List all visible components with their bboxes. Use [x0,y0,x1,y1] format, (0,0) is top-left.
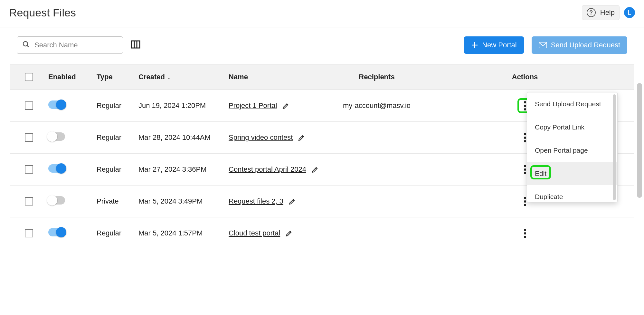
svg-line-1 [27,45,29,47]
portal-name-link[interactable]: Project 1 Portal [229,101,277,110]
col-name[interactable]: Name [229,73,328,81]
pencil-icon[interactable] [285,230,292,237]
row-actions-menu: Send Upload Request Copy Portal Link Ope… [527,92,618,202]
help-button[interactable]: ? Help [582,5,620,20]
page-title: Request Files [9,6,76,19]
sort-descending-icon: ↓ [167,74,170,81]
toolbar: New Portal Send Upload Request [0,27,644,60]
pencil-icon[interactable] [311,166,318,173]
portals-table: Enabled Type Created ↓ Name Recipients A… [10,64,634,249]
created-cell: Mar 5, 2024 1:57PM [138,229,229,237]
recipients-cell: my-account@masv.io [328,101,425,110]
search-input[interactable] [34,41,123,49]
new-portal-button[interactable]: New Portal [464,36,524,54]
svg-line-8 [286,104,287,105]
svg-rect-7 [539,42,547,48]
type-cell: Regular [97,229,138,237]
col-created[interactable]: Created ↓ [138,73,229,81]
app-header: Request Files ? Help L [0,0,644,27]
search-icon [22,41,30,50]
pencil-icon[interactable] [289,198,296,205]
type-cell: Regular [97,101,138,110]
svg-line-10 [316,168,317,169]
svg-line-12 [289,232,290,233]
menu-send-upload-request[interactable]: Send Upload Request [527,92,617,116]
created-cell: Mar 28, 2024 10:44AM [138,133,229,142]
col-type[interactable]: Type [97,73,138,81]
menu-open-portal-page[interactable]: Open Portal page [527,139,617,162]
help-icon: ? [587,8,596,17]
menu-duplicate[interactable]: Duplicate [527,185,617,202]
help-label: Help [600,8,615,17]
portal-name-link[interactable]: Cloud test portal [229,229,280,237]
portal-name-link[interactable]: Request files 2, 3 [229,197,283,205]
row-checkbox[interactable] [25,229,33,237]
pencil-icon[interactable] [298,134,305,141]
svg-point-0 [23,42,28,46]
col-actions: Actions [425,73,634,81]
page-scrollbar[interactable] [637,83,642,198]
table-header: Enabled Type Created ↓ Name Recipients A… [10,64,634,90]
enabled-toggle[interactable] [48,164,65,173]
row-checkbox[interactable] [25,197,33,205]
mail-icon [539,42,547,48]
avatar[interactable]: L [624,7,635,18]
row-checkbox[interactable] [25,133,33,142]
pencil-icon[interactable] [282,102,289,110]
created-cell: Mar 27, 2024 3:36PM [138,165,229,174]
enabled-toggle[interactable] [48,196,65,205]
svg-rect-2 [131,41,140,48]
enabled-toggle[interactable] [48,100,65,109]
send-upload-request-button[interactable]: Send Upload Request [532,36,627,54]
enabled-toggle[interactable] [48,228,65,236]
portal-name-link[interactable]: Contest portal April 2024 [229,165,306,173]
enabled-toggle[interactable] [48,132,65,141]
new-portal-label: New Portal [482,41,517,49]
plus-icon [471,42,478,49]
select-all-checkbox[interactable] [25,73,33,81]
portal-name-link[interactable]: Spring video contest [229,133,293,141]
svg-line-9 [302,136,303,137]
type-cell: Regular [97,165,138,174]
menu-copy-portal-link[interactable]: Copy Portal Link [527,116,617,139]
columns-icon[interactable] [131,40,140,50]
menu-edit[interactable]: Edit [527,162,617,185]
created-cell: Jun 19, 2024 1:20PM [138,101,229,110]
search-box[interactable] [17,36,123,54]
row-actions-button[interactable] [517,226,532,241]
col-enabled[interactable]: Enabled [48,73,97,81]
menu-scrollbar[interactable] [613,94,616,200]
row-checkbox[interactable] [25,165,33,174]
row-checkbox[interactable] [25,101,33,110]
send-upload-label: Send Upload Request [551,41,620,49]
col-recipients[interactable]: Recipients [328,73,425,81]
created-cell: Mar 5, 2024 3:49PM [138,197,229,205]
svg-line-11 [293,200,294,201]
type-cell: Regular [97,133,138,142]
type-cell: Private [97,197,138,205]
table-row: RegularMar 5, 2024 1:57PMCloud test port… [10,217,634,249]
